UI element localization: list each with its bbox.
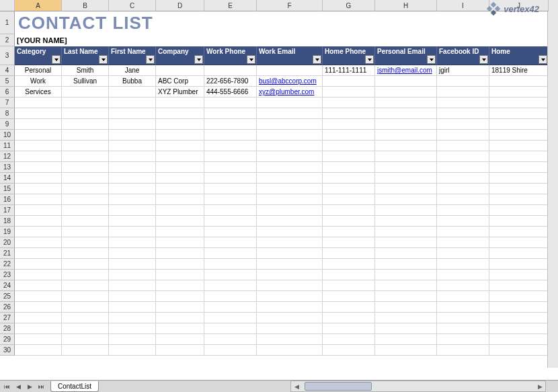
cell[interactable] xyxy=(257,259,323,270)
cell[interactable] xyxy=(489,119,549,130)
column-header-F[interactable]: F xyxy=(257,0,323,11)
cell[interactable] xyxy=(323,291,375,302)
row-header-15[interactable]: 15 xyxy=(0,184,15,194)
cell[interactable] xyxy=(15,248,62,259)
cell[interactable]: 222-656-7890 xyxy=(204,76,257,87)
cell[interactable] xyxy=(109,194,156,205)
cell[interactable] xyxy=(257,302,323,313)
filter-dropdown-icon[interactable] xyxy=(99,55,108,64)
cell[interactable] xyxy=(375,141,437,151)
cell[interactable] xyxy=(156,302,204,313)
cell[interactable] xyxy=(15,108,62,119)
cell[interactable] xyxy=(156,313,204,323)
cell[interactable] xyxy=(156,270,204,280)
cell[interactable] xyxy=(375,216,437,227)
cell[interactable] xyxy=(375,87,437,97)
cell[interactable] xyxy=(156,151,204,162)
cell[interactable] xyxy=(204,205,257,216)
scroll-thumb[interactable] xyxy=(305,382,372,391)
cell[interactable] xyxy=(437,259,489,270)
cell[interactable] xyxy=(375,76,437,87)
cell[interactable] xyxy=(489,205,549,216)
cell[interactable] xyxy=(323,259,375,270)
cell[interactable] xyxy=(375,345,437,356)
filter-dropdown-icon[interactable] xyxy=(479,55,488,64)
cell[interactable] xyxy=(489,270,549,280)
cell[interactable] xyxy=(204,291,257,302)
cell[interactable] xyxy=(257,119,323,130)
cell[interactable] xyxy=(489,151,549,162)
filter-dropdown-icon[interactable] xyxy=(247,55,255,64)
cell[interactable] xyxy=(489,162,549,173)
cell[interactable] xyxy=(109,173,156,184)
row-header-25[interactable]: 25 xyxy=(0,291,15,302)
cell[interactable] xyxy=(257,97,323,108)
cell[interactable] xyxy=(437,108,489,119)
filter-dropdown-icon[interactable] xyxy=(365,55,374,64)
cell[interactable] xyxy=(489,323,549,334)
row-header-22[interactable]: 22 xyxy=(0,259,15,270)
cell[interactable] xyxy=(323,227,375,237)
cell[interactable] xyxy=(109,334,156,345)
cell[interactable] xyxy=(62,302,109,313)
cell[interactable] xyxy=(62,237,109,248)
cell[interactable] xyxy=(437,248,489,259)
cell[interactable] xyxy=(62,205,109,216)
cell[interactable]: 444-555-6666 xyxy=(204,87,257,97)
filter-dropdown-icon[interactable] xyxy=(52,55,61,64)
cell[interactable] xyxy=(437,76,489,87)
cell[interactable] xyxy=(257,345,323,356)
cell[interactable] xyxy=(489,280,549,291)
cell[interactable] xyxy=(204,313,257,323)
cell[interactable] xyxy=(375,334,437,345)
cell[interactable] xyxy=(156,184,204,194)
cell[interactable] xyxy=(375,97,437,108)
cell[interactable] xyxy=(109,302,156,313)
cell[interactable] xyxy=(156,323,204,334)
cell[interactable] xyxy=(109,205,156,216)
row-header-5[interactable]: 5 xyxy=(0,76,15,87)
table-header-last-name[interactable]: Last Name xyxy=(62,46,109,65)
cell[interactable] xyxy=(156,237,204,248)
cell[interactable] xyxy=(489,345,549,356)
cell[interactable] xyxy=(437,205,489,216)
cell[interactable] xyxy=(257,291,323,302)
filter-dropdown-icon[interactable] xyxy=(194,55,203,64)
cell[interactable] xyxy=(257,270,323,280)
cell[interactable] xyxy=(204,119,257,130)
vertical-scrollbar-area[interactable] xyxy=(547,11,558,368)
row-header-18[interactable]: 18 xyxy=(0,216,15,227)
cell[interactable] xyxy=(489,291,549,302)
cell[interactable] xyxy=(437,119,489,130)
cell[interactable] xyxy=(15,205,62,216)
cell[interactable] xyxy=(109,313,156,323)
cell[interactable] xyxy=(257,248,323,259)
cell[interactable]: jgirl xyxy=(437,65,489,76)
cell[interactable] xyxy=(375,323,437,334)
cell[interactable] xyxy=(323,248,375,259)
column-header-I[interactable]: I xyxy=(437,0,489,11)
cell[interactable] xyxy=(62,141,109,151)
filter-dropdown-icon[interactable] xyxy=(313,55,321,64)
cell[interactable] xyxy=(375,184,437,194)
row-header-30[interactable]: 30 xyxy=(0,345,15,356)
cell[interactable] xyxy=(204,334,257,345)
cell[interactable] xyxy=(375,302,437,313)
cell[interactable] xyxy=(257,184,323,194)
email-link[interactable]: xyz@plumber.com xyxy=(259,88,314,95)
cell[interactable] xyxy=(323,313,375,323)
cell[interactable] xyxy=(62,313,109,323)
cell[interactable] xyxy=(257,334,323,345)
cell[interactable] xyxy=(15,97,62,108)
email-link[interactable]: jsmith@email.com xyxy=(377,67,432,74)
cell[interactable] xyxy=(489,227,549,237)
cell[interactable] xyxy=(15,151,62,162)
cell[interactable] xyxy=(257,323,323,334)
cell[interactable] xyxy=(62,334,109,345)
cell[interactable] xyxy=(156,162,204,173)
column-header-A[interactable]: A xyxy=(15,0,62,11)
cell[interactable] xyxy=(62,87,109,97)
cell[interactable] xyxy=(323,108,375,119)
row-header-12[interactable]: 12 xyxy=(0,151,15,162)
cell[interactable] xyxy=(437,227,489,237)
